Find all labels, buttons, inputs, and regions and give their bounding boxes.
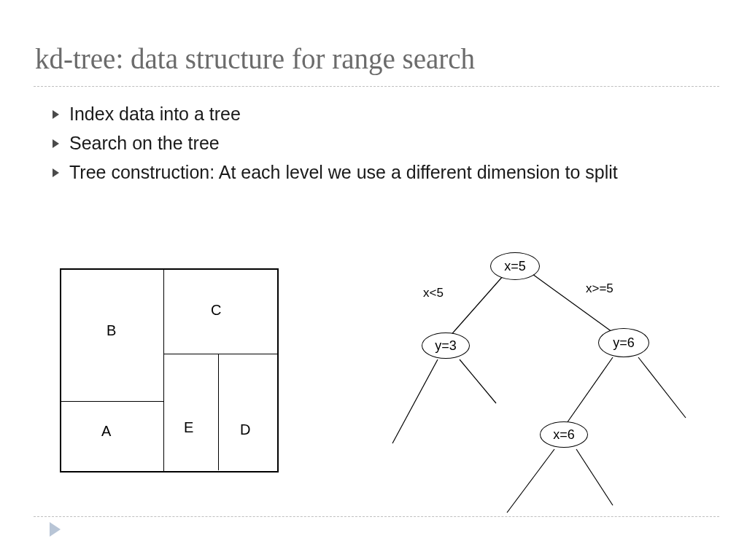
kd-tree-diagram: x=5 y=3 y=6 x=6 x<5 x>=5 (379, 246, 700, 516)
footer-arrow-icon (50, 522, 61, 537)
divider-bottom (34, 516, 719, 517)
region-label-e: E (184, 419, 193, 436)
partition-line (61, 401, 163, 402)
bullet-list: Index data into a tree Search on the tre… (53, 102, 703, 189)
tree-node-x6: x=6 (540, 421, 588, 448)
svg-line-2 (392, 359, 438, 443)
region-label-b: B (107, 322, 116, 339)
svg-line-6 (507, 449, 554, 513)
region-label-d: D (240, 421, 250, 438)
bullet-icon (53, 110, 59, 119)
list-item: Tree construction: At each level we use … (53, 160, 703, 185)
partition-line (163, 270, 164, 471)
bullet-icon (53, 168, 59, 177)
tree-node-left: y=3 (422, 332, 470, 359)
region-label-c: C (211, 302, 221, 319)
svg-line-4 (565, 357, 613, 425)
bullet-text: Index data into a tree (69, 102, 241, 127)
svg-line-3 (460, 359, 496, 403)
tree-node-root: x=5 (490, 252, 540, 280)
svg-line-0 (449, 276, 503, 338)
list-item: Index data into a tree (53, 102, 703, 127)
edge-label-right: x>=5 (586, 281, 614, 296)
slide: kd-tree: data structure for range search… (0, 0, 747, 560)
bullet-text: Tree construction: At each level we use … (69, 160, 618, 185)
partition-diagram: B A C E D (60, 268, 279, 472)
bullet-icon (53, 139, 59, 148)
divider-top (34, 86, 719, 87)
region-label-a: A (101, 423, 111, 440)
slide-title: kd-tree: data structure for range search (35, 42, 475, 75)
bullet-text: Search on the tree (69, 131, 220, 156)
tree-node-right: y=6 (598, 328, 649, 357)
svg-line-5 (638, 357, 686, 418)
svg-line-7 (576, 449, 613, 505)
edge-label-left: x<5 (423, 286, 444, 300)
partition-line (163, 354, 277, 354)
list-item: Search on the tree (53, 131, 703, 156)
partition-line (218, 354, 219, 470)
